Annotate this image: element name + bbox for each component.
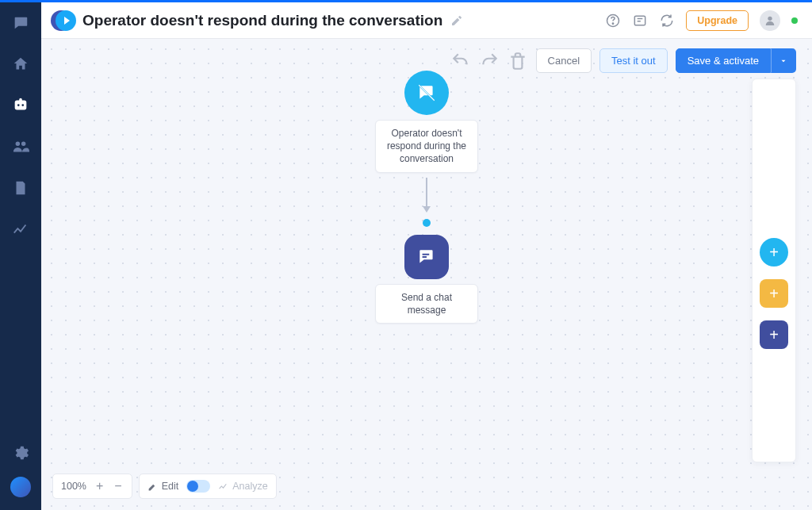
refresh-icon[interactable]	[659, 13, 675, 29]
save-activate-button[interactable]: Save & activate	[676, 48, 771, 73]
test-button[interactable]: Test it out	[599, 48, 668, 73]
nav-bot-icon[interactable]	[11, 96, 30, 115]
svg-point-1	[613, 23, 614, 24]
online-status-dot	[791, 17, 798, 24]
delete-icon[interactable]	[508, 51, 528, 71]
avatar[interactable]	[760, 10, 780, 31]
nav-settings-icon[interactable]	[11, 443, 30, 462]
left-sidebar	[0, 2, 41, 510]
trigger-node-label[interactable]: Operator doesn't respond during the conv…	[375, 120, 478, 173]
nav-analytics-icon[interactable]	[11, 220, 30, 239]
flow-connector	[426, 178, 427, 211]
zoom-value: 100%	[61, 481, 86, 492]
action-node-label[interactable]: Send a chat message	[375, 284, 478, 324]
nav-home-icon[interactable]	[11, 55, 30, 74]
nav-people-icon[interactable]	[11, 137, 30, 156]
trigger-node[interactable]	[404, 71, 449, 115]
redo-icon[interactable]	[479, 51, 500, 71]
save-dropdown-caret[interactable]	[771, 48, 796, 73]
nav-chat-icon[interactable]	[11, 13, 30, 33]
add-condition-button[interactable]: +	[760, 279, 788, 308]
flow-column: Operator doesn't respond during the conv…	[375, 71, 478, 324]
help-icon[interactable]	[605, 13, 621, 29]
zoom-in-button[interactable]: +	[94, 480, 105, 493]
zoom-card: 100% + −	[52, 474, 132, 499]
flow-connector-dot[interactable]	[423, 219, 431, 227]
mode-switch[interactable]	[186, 480, 210, 493]
page-title: Operator doesn't respond during the conv…	[82, 12, 442, 29]
analyze-mode-label: Analyze	[232, 481, 267, 492]
nav-docs-icon[interactable]	[11, 178, 30, 197]
edit-mode-label: Edit	[162, 481, 179, 492]
add-node-palette: + + +	[752, 79, 796, 462]
action-node[interactable]	[404, 235, 449, 279]
add-action-button[interactable]: +	[760, 320, 788, 349]
flow-canvas[interactable]: Cancel Test it out Save & activate Opera…	[41, 39, 812, 510]
analyze-mode-toggle[interactable]: Analyze	[218, 481, 267, 492]
brand-mini-logo[interactable]	[10, 477, 31, 497]
zoom-out-button[interactable]: −	[113, 480, 123, 493]
cancel-button[interactable]: Cancel	[536, 48, 592, 73]
header-bar: Operator doesn't respond during the conv…	[41, 2, 812, 39]
edit-title-icon[interactable]	[450, 14, 463, 27]
upgrade-button[interactable]: Upgrade	[686, 10, 749, 31]
bottom-controls: 100% + − Edit Analyze	[52, 474, 277, 499]
brand-logo[interactable]	[51, 9, 75, 33]
svg-rect-2	[635, 16, 645, 25]
mode-card: Edit Analyze	[139, 474, 277, 499]
whats-new-icon[interactable]	[632, 13, 648, 29]
undo-icon[interactable]	[450, 51, 471, 71]
edit-mode-toggle[interactable]: Edit	[147, 481, 179, 492]
svg-point-3	[768, 16, 772, 20]
canvas-toolbar: Cancel Test it out Save & activate	[450, 48, 796, 73]
add-trigger-button[interactable]: +	[760, 238, 788, 267]
